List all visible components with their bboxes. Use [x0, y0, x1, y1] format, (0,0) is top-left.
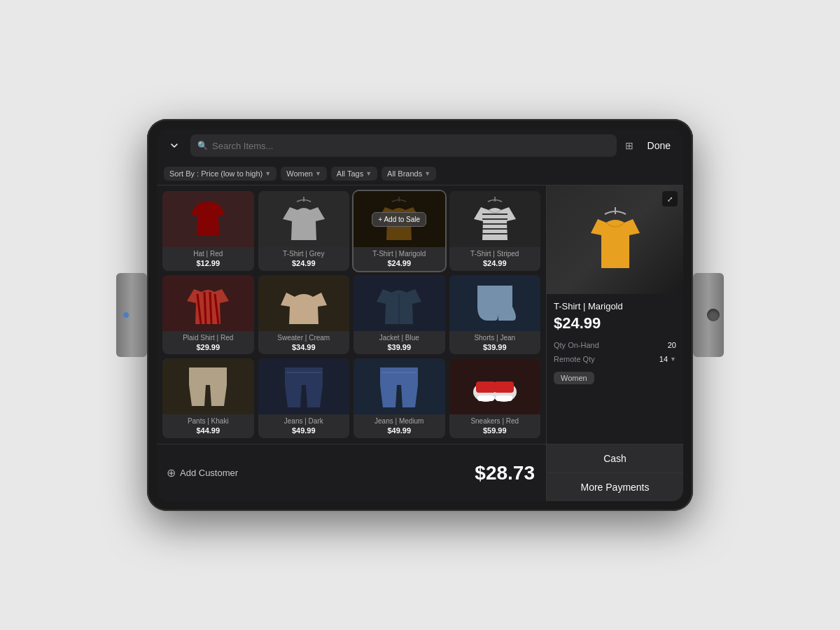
product-info: T-Shirt | Marigold $24.99 [354, 247, 445, 271]
product-name: Jeans | Dark [262, 417, 346, 425]
right-panel: ⤢ T-Shirt | Marigold $24.99 Qty On-Hand … [546, 186, 683, 444]
product-card[interactable]: Shorts | Jean $39.99 [449, 275, 541, 355]
product-info: T-Shirt | Striped $24.99 [449, 247, 541, 271]
product-info: T-Shirt | Grey $24.99 [258, 247, 350, 271]
product-name: T-Shirt | Striped [454, 250, 537, 258]
more-payments-button[interactable]: More Payments [547, 472, 683, 501]
top-bar: 🔍 ⊞ Done [157, 129, 683, 162]
product-name: Hat | Red [167, 250, 250, 258]
product-info: Jeans | Dark $49.99 [258, 414, 350, 438]
category-arrow-icon: ▼ [315, 170, 321, 177]
product-name: Jacket | Blue [358, 334, 441, 342]
handle-left [116, 273, 147, 357]
product-card[interactable]: Jeans | Medium $49.99 [354, 358, 445, 438]
product-price: $44.99 [167, 426, 250, 435]
product-image [449, 191, 541, 247]
search-input[interactable] [212, 141, 610, 151]
product-card[interactable]: Sneakers | Red $59.99 [449, 358, 541, 438]
sort-filter-button[interactable]: Sort By : Price (low to high) ▼ [164, 167, 276, 181]
product-card[interactable]: Sweater | Cream $34.99 [258, 275, 350, 355]
product-price: $39.99 [454, 343, 537, 351]
detail-product-name: T-Shirt | Marigold [554, 301, 676, 312]
product-info: Plaid Shirt | Red $29.99 [162, 331, 254, 355]
product-card[interactable]: T-Shirt | Grey $24.99 [258, 191, 350, 271]
add-to-sale-button[interactable]: + Add to Sale [372, 212, 426, 227]
product-card[interactable]: Jacket | Blue $39.99 [354, 275, 445, 355]
product-image [354, 275, 445, 331]
product-card[interactable]: Jeans | Dark $49.99 [258, 358, 350, 438]
category-filter-button[interactable]: Women ▼ [281, 167, 327, 181]
add-customer-icon: ⊕ [167, 466, 176, 479]
product-name: Jeans | Medium [358, 417, 441, 425]
svg-rect-0 [202, 201, 214, 205]
product-card[interactable]: Plaid Shirt | Red $29.99 [162, 275, 254, 355]
tags-arrow-icon: ▼ [365, 170, 372, 177]
svg-rect-19 [494, 382, 514, 393]
filter-bar: Sort By : Price (low to high) ▼ Women ▼ … [157, 162, 683, 186]
qty-on-hand-label: Qty On-Hand [554, 341, 599, 349]
handle-right [693, 273, 724, 357]
product-price: $49.99 [358, 426, 441, 435]
main-content: Hat | Red $12.99 T-Shirt | Grey $24.99 +… [157, 186, 683, 444]
product-card[interactable]: Pants | Khaki $44.99 [162, 358, 254, 438]
grid-icon[interactable]: ⊞ [622, 137, 636, 154]
product-name: Plaid Shirt | Red [167, 334, 250, 342]
total-display: $28.73 [463, 456, 546, 490]
product-price: $29.99 [167, 343, 250, 351]
product-info: Sweater | Cream $34.99 [258, 331, 350, 355]
tags-filter-button[interactable]: All Tags ▼ [331, 167, 377, 181]
svg-rect-18 [476, 382, 496, 393]
svg-line-11 [210, 292, 211, 324]
product-name: Pants | Khaki [167, 417, 250, 425]
cash-button[interactable]: Cash [547, 444, 683, 472]
product-image [258, 358, 350, 414]
product-info: Hat | Red $12.99 [162, 247, 254, 271]
product-price: $34.99 [262, 343, 346, 351]
product-card[interactable]: T-Shirt | Striped $24.99 [449, 191, 541, 271]
remote-qty-label: Remote Qty [554, 355, 595, 363]
product-grid: Hat | Red $12.99 T-Shirt | Grey $24.99 +… [157, 186, 546, 444]
remote-qty-row[interactable]: Remote Qty 14 ▼ [554, 355, 676, 363]
product-price: $24.99 [454, 259, 537, 267]
product-card[interactable]: + Add to Sale T-Shirt | Marigold $24.99 [354, 191, 445, 271]
product-image [354, 358, 445, 414]
product-image [258, 275, 350, 331]
add-to-sale-overlay: + Add to Sale [354, 191, 445, 247]
product-price: $49.99 [262, 426, 346, 435]
product-price: $39.99 [358, 343, 441, 351]
chevron-down-button[interactable] [164, 135, 185, 156]
remote-qty-value: 14 ▼ [659, 355, 676, 363]
product-name: T-Shirt | Marigold [358, 250, 441, 258]
product-image [162, 275, 254, 331]
right-bottom-buttons: Cash More Payments [546, 444, 683, 501]
product-name: Sneakers | Red [454, 417, 537, 425]
product-info: Sneakers | Red $59.99 [449, 414, 541, 438]
product-image [449, 358, 541, 414]
search-icon: 🔍 [197, 141, 208, 150]
svg-rect-21 [496, 396, 512, 401]
product-image [162, 191, 254, 247]
product-tag-badge: Women [554, 369, 676, 384]
search-bar: 🔍 [190, 134, 617, 157]
product-price: $59.99 [454, 426, 537, 435]
product-card[interactable]: Hat | Red $12.99 [162, 191, 254, 271]
add-customer-area[interactable]: ⊕ Add Customer [157, 458, 463, 488]
product-price: $24.99 [358, 259, 441, 267]
product-info: Shorts | Jean $39.99 [449, 331, 541, 355]
done-button[interactable]: Done [642, 137, 676, 154]
product-image: + Add to Sale [354, 191, 445, 247]
qty-on-hand-value: 20 [668, 341, 676, 349]
product-info: Jeans | Medium $49.99 [354, 414, 445, 438]
product-name: Shorts | Jean [454, 334, 537, 342]
tablet-shell: 🔍 ⊞ Done Sort By : Price (low to high) ▼… [147, 119, 693, 511]
expand-button[interactable]: ⤢ [662, 191, 678, 206]
detail-product-price: $24.99 [554, 314, 676, 332]
product-info: Jacket | Blue $39.99 [354, 331, 445, 355]
product-image [449, 275, 541, 331]
product-image [258, 191, 350, 247]
svg-rect-20 [477, 396, 494, 401]
sort-arrow-icon: ▼ [265, 170, 271, 177]
bottom-bar: ⊕ Add Customer $28.73 Cash More Payments [157, 444, 683, 501]
brands-filter-button[interactable]: All Brands ▼ [382, 167, 436, 181]
qty-on-hand-row: Qty On-Hand 20 [554, 341, 676, 349]
